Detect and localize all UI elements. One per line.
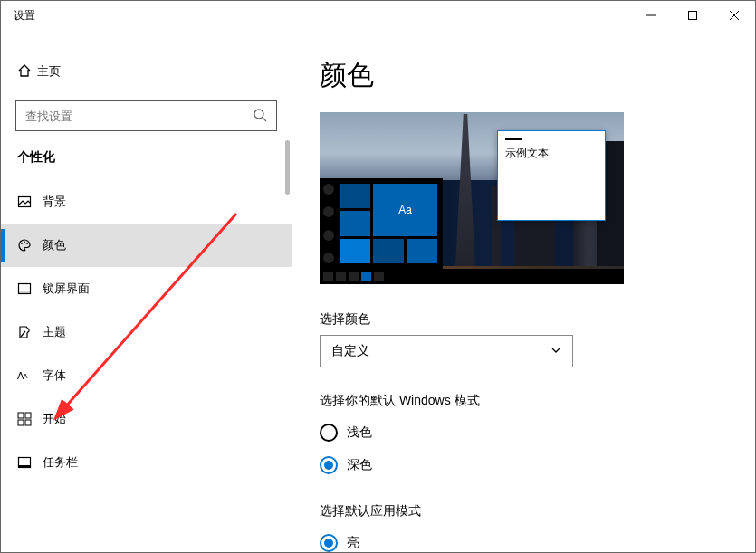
- font-icon: AA: [17, 370, 43, 381]
- svg-rect-12: [18, 413, 24, 418]
- svg-point-4: [254, 110, 263, 119]
- sidebar-item-label: 颜色: [43, 237, 66, 253]
- window-titlebar: 设置: [1, 1, 755, 30]
- svg-rect-1: [689, 12, 697, 20]
- chevron-down-icon: [550, 344, 561, 358]
- app-mode-group: 亮: [320, 527, 755, 552]
- sidebar-item-label: 任务栏: [43, 454, 78, 471]
- radio-label: 深色: [347, 457, 372, 473]
- svg-rect-17: [19, 465, 31, 468]
- svg-point-8: [24, 242, 25, 243]
- close-button[interactable]: [713, 1, 755, 30]
- radio-label: 亮: [347, 535, 359, 551]
- sidebar-item-label: 背景: [43, 194, 66, 210]
- window-title: 设置: [14, 8, 35, 24]
- lockscreen-icon: [17, 281, 43, 296]
- svg-point-7: [21, 243, 23, 244]
- dropdown-selected-value: 自定义: [331, 343, 369, 359]
- sidebar-item-background[interactable]: 背景: [1, 180, 292, 224]
- sidebar-item-label: 主页: [37, 63, 61, 80]
- sidebar-item-label: 锁屏界面: [43, 281, 90, 297]
- sidebar-item-home[interactable]: 主页: [1, 55, 292, 88]
- palette-icon: [17, 238, 43, 253]
- preview-taskbar: [320, 269, 624, 284]
- radio-icon: [320, 534, 338, 552]
- start-icon: [17, 412, 43, 426]
- sidebar-item-colors[interactable]: 颜色: [1, 224, 292, 267]
- svg-rect-11: [19, 291, 30, 293]
- color-preview: Aa 示例文本: [320, 112, 624, 284]
- svg-rect-15: [25, 420, 31, 425]
- choose-color-dropdown[interactable]: 自定义: [320, 335, 573, 367]
- svg-line-5: [263, 118, 266, 121]
- radio-windows-dark[interactable]: 深色: [320, 449, 755, 481]
- preview-tile-aa: Aa: [373, 184, 437, 236]
- search-box[interactable]: [15, 100, 277, 131]
- radio-windows-light[interactable]: 浅色: [320, 416, 755, 449]
- sidebar-item-start[interactable]: 开始: [1, 397, 292, 441]
- sidebar-item-label: 字体: [43, 367, 66, 384]
- svg-rect-14: [18, 420, 24, 425]
- taskbar-icon: [17, 455, 43, 470]
- sidebar-section-header: 个性化: [1, 149, 292, 180]
- search-icon: [253, 108, 267, 125]
- radio-icon: [320, 424, 338, 442]
- preview-start-menu: Aa: [320, 178, 443, 269]
- radio-icon: [320, 456, 338, 474]
- preview-sample-text: 示例文本: [505, 146, 598, 161]
- sidebar-item-lockscreen[interactable]: 锁屏界面: [1, 267, 292, 310]
- search-input[interactable]: [25, 110, 253, 123]
- sidebar-item-label: 开始: [43, 411, 66, 427]
- windows-mode-label: 选择你的默认 Windows 模式: [320, 393, 755, 409]
- sidebar-item-label: 主题: [43, 324, 66, 340]
- sidebar-item-themes[interactable]: 主题: [1, 310, 292, 354]
- home-icon: [17, 63, 37, 81]
- app-mode-label: 选择默认应用模式: [320, 503, 755, 520]
- radio-app-light[interactable]: 亮: [320, 527, 755, 552]
- sidebar-item-fonts[interactable]: AA 字体: [1, 354, 292, 397]
- radio-label: 浅色: [347, 424, 372, 441]
- minimize-button[interactable]: [630, 1, 672, 30]
- main-content: 颜色 Aa 示例文本 选择颜色: [292, 30, 755, 552]
- preview-sample-window: 示例文本: [497, 130, 606, 221]
- windows-mode-group: 浅色 深色: [320, 416, 755, 481]
- page-title: 颜色: [320, 57, 755, 94]
- maximize-button[interactable]: [672, 1, 713, 30]
- svg-point-9: [26, 243, 28, 244]
- svg-rect-13: [25, 413, 31, 418]
- sidebar-item-taskbar[interactable]: 任务栏: [1, 441, 292, 484]
- window-controls: [630, 1, 755, 30]
- picture-icon: [17, 195, 43, 209]
- sidebar: 主页 个性化 背景 颜色 锁屏界面: [1, 30, 292, 552]
- theme-icon: [17, 325, 43, 339]
- choose-color-label: 选择颜色: [320, 311, 755, 328]
